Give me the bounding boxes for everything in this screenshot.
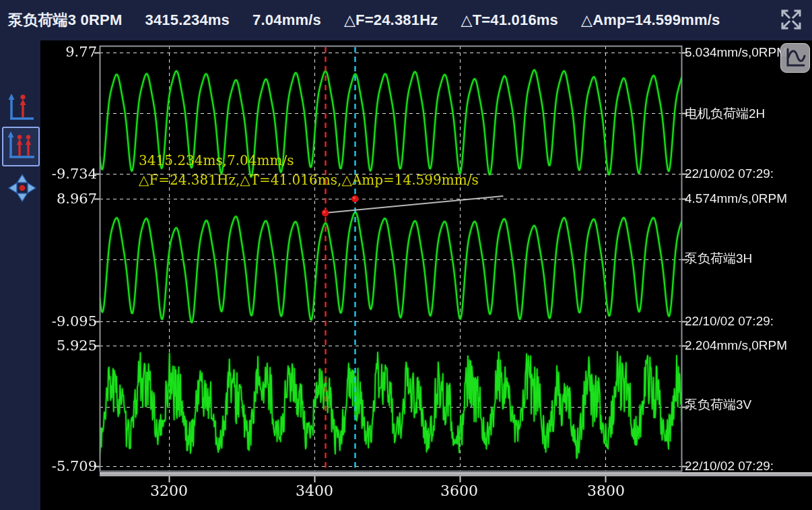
ch3-name-label: 泵负荷端3V <box>685 396 751 414</box>
delta-amplitude-stat: △Amp=14.599mm/s <box>581 11 720 29</box>
expand-fullscreen-icon[interactable] <box>778 7 804 33</box>
ch2-info-label: 4.574mm/s,0RPM <box>685 191 787 206</box>
ch3-info-label: 2.204mm/s,0RPM <box>685 338 787 353</box>
xtick-3800: 3800 <box>587 482 625 499</box>
header-bar: 泵负荷端3 0RPM 3415.234ms 7.04mm/s △F=24.381… <box>0 0 812 40</box>
ch2-ymax-label: 8.967 <box>57 191 97 207</box>
delta-frequency-stat: △F=24.381Hz <box>344 11 438 29</box>
delta-time-stat: △T=41.016ms <box>461 11 559 29</box>
ch2-datetime-label: 22/10/02 07:29: <box>685 314 774 329</box>
xtick-3200: 3200 <box>150 482 188 499</box>
pan-move-tool-icon[interactable] <box>5 171 39 207</box>
cursor-annotation: 3415.234ms,7.04mm/s △F=24.381Hz,△T=41.01… <box>139 151 479 190</box>
ch2-name-label: 泵负荷端3H <box>685 250 752 267</box>
waveform-axis-icon[interactable] <box>780 43 810 73</box>
dual-cursor-tool-icon[interactable] <box>2 127 40 166</box>
cursor-annotation-line1: 3415.234ms,7.04mm/s <box>139 151 479 170</box>
ch1-info-label: 5.034mm/s,0RPM <box>685 45 787 60</box>
ch1-ymin-label: -9.734 <box>52 166 97 182</box>
ch2-ymin-label: -9.095 <box>52 313 97 329</box>
cursor-amplitude-stat: 7.04mm/s <box>252 11 321 29</box>
measurement-point-title: 泵负荷端3 0RPM <box>8 10 122 30</box>
ch1-datetime-label: 22/10/02 07:29: <box>685 166 774 181</box>
single-cursor-tool-icon[interactable] <box>3 90 39 128</box>
xtick-3600: 3600 <box>440 482 478 499</box>
ch3-datetime-label: 22/10/02 07:29: <box>685 459 774 474</box>
ch3-ymax-label: 5.925 <box>57 338 97 354</box>
ch3-ymin-label: -5.709 <box>52 458 97 474</box>
ch1-ymax-label: 9.77 <box>65 44 97 60</box>
vibration-analyzer-app: { "header": { "title": "泵负荷端3 0RPM", "st… <box>0 0 812 510</box>
cursor-time-stat: 3415.234ms <box>145 11 230 29</box>
ch1-name-label: 电机负荷端2H <box>685 105 765 123</box>
left-toolbar <box>0 40 40 510</box>
cursor-annotation-line2: △F=24.381Hz,△T=41.016ms,△Amp=14.599mm/s <box>139 170 479 190</box>
xtick-3400: 3400 <box>296 482 333 499</box>
